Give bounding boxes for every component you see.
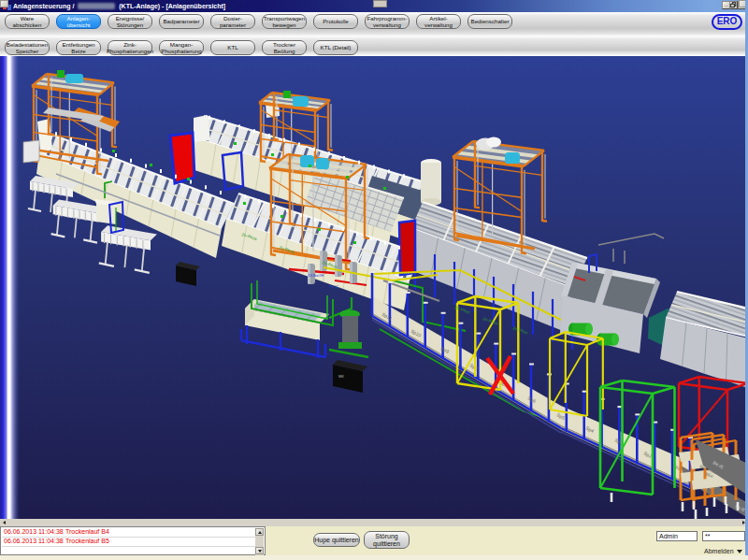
svg-text:DI.NaOH: DI.NaOH (309, 273, 324, 278)
svg-text:MK: MK (338, 374, 344, 379)
svg-text:75 °C: 75 °C (329, 284, 338, 289)
